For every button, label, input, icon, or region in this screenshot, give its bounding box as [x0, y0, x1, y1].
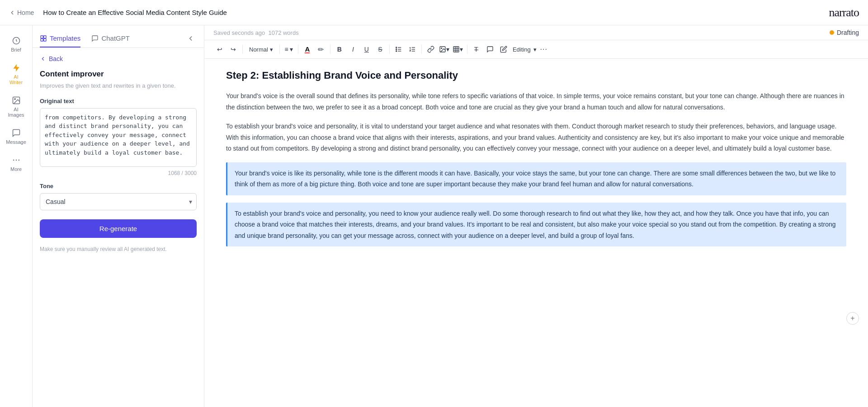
tone-label: Tone: [40, 183, 197, 189]
svg-point-20: [441, 48, 442, 49]
link-button[interactable]: [425, 43, 437, 56]
tab-chatgpt[interactable]: ChatGPT: [91, 31, 130, 47]
svg-point-4: [15, 160, 17, 161]
link-icon: [427, 46, 434, 53]
icon-sidebar: Brief AI Writer AI Images Message: [0, 25, 33, 407]
ai-highlighted-block-1: Your brand's voice is like its personali…: [226, 162, 846, 195]
editor-topbar: Saved seconds ago 1072 words Drafting: [204, 25, 868, 40]
chatgpt-icon: [91, 35, 99, 42]
svg-rect-9: [44, 38, 46, 41]
svg-rect-7: [44, 36, 46, 38]
sidebar-item-message[interactable]: Message: [2, 125, 31, 148]
image-toolbar-icon: [439, 46, 446, 53]
more-options-button[interactable]: ···: [538, 43, 550, 56]
content-para-2: To establish your brand's voice and pers…: [226, 121, 846, 154]
document-title: How to Create an Effective Social Media …: [43, 9, 829, 16]
drafting-dot: [830, 30, 834, 35]
text-color-button[interactable]: A: [301, 43, 314, 56]
chevron-left-icon: [9, 9, 15, 16]
redo-button[interactable]: ↪: [227, 43, 240, 56]
home-link[interactable]: Home: [9, 9, 34, 16]
panel-tabs: Templates ChatGPT: [33, 25, 204, 48]
tone-select[interactable]: Casual Formal Friendly Professional Witt…: [40, 193, 197, 210]
back-icon: [40, 56, 46, 62]
regenerate-button[interactable]: Re-generate: [40, 219, 197, 238]
numbered-icon: [409, 46, 416, 53]
svg-rect-6: [41, 36, 43, 38]
highlighted-para-2: To establish your brand's voice and pers…: [235, 208, 839, 241]
chevron-down-icon: ▾: [446, 46, 449, 53]
align-button[interactable]: ≡ ▾: [283, 43, 295, 56]
tone-select-wrapper: Casual Formal Friendly Professional Witt…: [40, 193, 197, 210]
comment-icon: [486, 46, 494, 53]
sidebar-item-ai-images[interactable]: AI Images: [2, 92, 31, 121]
italic-button[interactable]: I: [347, 43, 359, 56]
bullet-icon: [395, 46, 402, 53]
toolbar-sep-5: [389, 45, 390, 54]
drafting-badge: Drafting: [830, 29, 859, 36]
char-count: 1068 / 3000: [40, 170, 197, 176]
original-text-input[interactable]: from competitors. By developing a strong…: [40, 108, 197, 167]
content-para-1: Your brand's voice is the overall sound …: [226, 90, 846, 113]
image-button[interactable]: ▾: [438, 43, 451, 56]
panel-collapse-btn[interactable]: [185, 33, 197, 46]
svg-rect-8: [41, 38, 43, 41]
svg-point-15: [396, 51, 397, 52]
strikethrough-button[interactable]: S: [374, 43, 387, 56]
main-layout: Brief AI Writer AI Images Message: [0, 25, 868, 407]
svg-point-13: [396, 47, 397, 48]
bullet-list-button[interactable]: [392, 43, 405, 56]
collapse-icon: [187, 34, 195, 43]
brief-icon: [12, 36, 21, 45]
back-button[interactable]: Back: [40, 55, 197, 62]
sidebar-item-more[interactable]: More: [2, 152, 31, 175]
topbar: Home How to Create an Effective Social M…: [0, 0, 868, 25]
edit-icon: [500, 46, 507, 53]
toolbar-sep-3: [298, 45, 298, 54]
style-select[interactable]: Normal ▾: [245, 44, 277, 55]
bolt-icon: [12, 63, 21, 72]
chevron-down-icon: ▾: [533, 46, 537, 53]
sidebar-item-ai-writer[interactable]: AI Writer: [2, 60, 31, 89]
dots-icon: [12, 156, 21, 165]
toolbar-sep-1: [242, 45, 243, 54]
bold-button[interactable]: B: [333, 43, 346, 56]
svg-point-2: [14, 99, 15, 100]
templates-icon: [40, 35, 47, 42]
side-panel: Templates ChatGPT Back Content i: [33, 25, 204, 407]
chevron-down-icon: ▾: [460, 46, 463, 53]
clear-format-button[interactable]: T̶: [470, 43, 483, 56]
editor-toolbar: ↩ ↪ Normal ▾ ≡ ▾ A ✏ B I U S: [204, 40, 868, 59]
chevron-down-icon: ▾: [270, 46, 273, 53]
svg-point-14: [396, 49, 397, 50]
toolbar-sep-7: [467, 45, 467, 54]
panel-body: Back Content improver Improves the given…: [33, 48, 204, 407]
content-heading: Step 2: Establishing Brand Voice and Per…: [226, 70, 846, 81]
sidebar-item-brief[interactable]: Brief: [2, 33, 31, 56]
highlight-button[interactable]: ✏: [315, 43, 327, 56]
editor-area: Saved seconds ago 1072 words Drafting ↩ …: [204, 25, 868, 407]
svg-point-5: [18, 160, 19, 161]
editing-label-group: Editing ▾: [513, 46, 537, 53]
svg-rect-21: [453, 47, 459, 52]
numbered-list-button[interactable]: [406, 43, 419, 56]
editor-content: Step 2: Establishing Brand Voice and Per…: [204, 59, 868, 407]
table-button[interactable]: ▾: [452, 43, 464, 56]
toolbar-sep-2: [279, 45, 280, 54]
undo-button[interactable]: ↩: [213, 43, 226, 56]
underline-button[interactable]: U: [360, 43, 373, 56]
highlighted-para-1: Your brand's voice is like its personali…: [235, 168, 839, 190]
disclaimer-text: Make sure you manually review all AI gen…: [40, 245, 197, 253]
toolbar-sep-6: [421, 45, 422, 54]
svg-point-3: [13, 160, 14, 161]
tab-templates[interactable]: Templates: [40, 31, 80, 47]
edit-mode-button[interactable]: [497, 43, 510, 56]
brand-logo: narrato: [829, 6, 859, 19]
toolbar-sep-4: [330, 45, 330, 54]
panel-section-desc: Improves the given text and rewrites in …: [40, 81, 197, 90]
comment-button[interactable]: [484, 43, 496, 56]
editor-status: Saved seconds ago 1072 words: [213, 29, 824, 36]
ai-highlighted-block-2: To establish your brand's voice and pers…: [226, 203, 846, 247]
add-block-button[interactable]: +: [846, 312, 859, 325]
original-text-label: Original text: [40, 98, 197, 104]
